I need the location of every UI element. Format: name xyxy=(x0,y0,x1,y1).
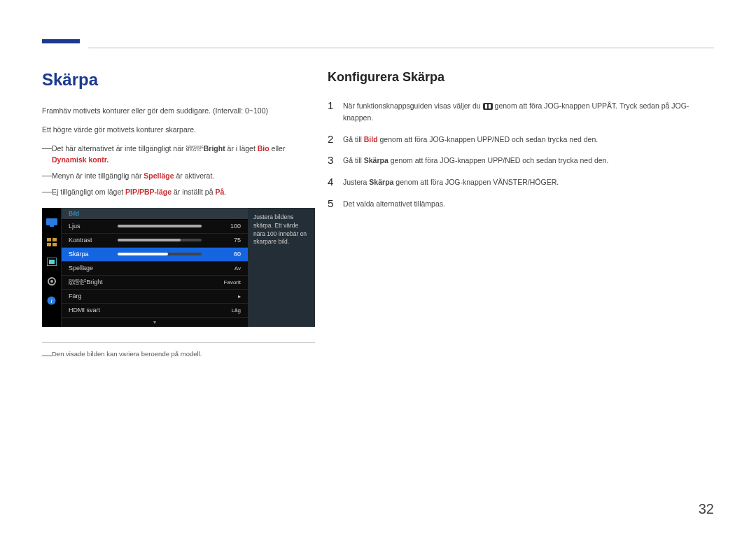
svg-rect-0 xyxy=(46,218,57,225)
dash-icon: ― xyxy=(42,186,52,196)
osd-row-label: Spelläge xyxy=(69,265,118,272)
svg-rect-4 xyxy=(47,243,51,246)
osd-row-ljus: Ljus100 xyxy=(62,220,248,234)
note-2-text-a: Menyn är inte tillgänglig när xyxy=(52,171,144,180)
step-3-skarpa: Skärpa xyxy=(364,156,388,164)
dash-icon: ― xyxy=(42,143,52,153)
note-1-magic: Bright xyxy=(204,144,225,153)
step-3: 3 Gå till Skärpa genom att föra JOG-knap… xyxy=(328,155,706,167)
note-2-text-c: är aktiverat. xyxy=(174,171,215,180)
step-number: 2 xyxy=(328,134,343,146)
page-content: Skärpa Framhäv motivets konturer eller g… xyxy=(42,70,714,506)
step-2-c: genom att föra JOG-knappen UPP/NED och s… xyxy=(378,135,598,143)
note-3: ― Ej tillgängligt om läget PIP/PBP-läge … xyxy=(42,186,315,198)
footnote-text: Den visade bilden kan variera beroende p… xyxy=(52,350,202,358)
note-1-text-a: Det här alternativet är inte tillgänglig… xyxy=(52,144,186,153)
intro-text-2: Ett högre värde gör motivets konturer sk… xyxy=(42,124,315,136)
monitor-icon xyxy=(46,218,57,227)
osd-row-value: Låg xyxy=(118,307,241,314)
gear-icon xyxy=(46,276,57,286)
note-1-text-d: eller xyxy=(270,144,286,153)
osd-row-kontrast: Kontrast75 xyxy=(62,234,248,248)
osd-row-label: Kontrast xyxy=(69,237,118,244)
osd-tooltip: Justera bildens skärpa. Ett värde nära 1… xyxy=(248,208,315,327)
note-3-pa: På xyxy=(215,188,224,196)
step-4-c: genom att föra JOG-knappen VÄNSTER/HÖGER… xyxy=(393,178,559,186)
section-title: Konfigurera Skärpa xyxy=(328,70,706,85)
osd-row-skärpa: Skärpa60 xyxy=(62,248,248,262)
note-2-spellage: Spelläge xyxy=(144,171,174,180)
samsung-magic-label: SAMSUNGMAGIC xyxy=(186,146,203,153)
osd-row-label: Skärpa xyxy=(69,251,118,258)
screen-icon xyxy=(46,257,57,267)
svg-rect-3 xyxy=(52,238,57,241)
osd-row-label: HDMI svart xyxy=(69,307,118,314)
step-number: 4 xyxy=(328,176,343,188)
osd-row-label: SAMSUNGMAGICBright xyxy=(69,279,118,286)
grid-icon xyxy=(46,237,57,247)
header-rule xyxy=(88,48,714,48)
step-3-c: genom att föra JOG-knappen UPP/NED och s… xyxy=(388,156,609,164)
svg-rect-1 xyxy=(50,225,54,227)
step-2: 2 Gå till Bild genom att föra JOG-knappe… xyxy=(328,134,706,146)
osd-row-label: Ljus xyxy=(69,223,118,230)
step-4: 4 Justera Skärpa genom att föra JOG-knap… xyxy=(328,176,706,188)
left-column: Skärpa Framhäv motivets konturer eller g… xyxy=(42,70,315,358)
footnote-rule xyxy=(42,342,315,343)
note-1-text-b: är i läget xyxy=(225,144,258,153)
note-3-text-e: . xyxy=(224,188,226,196)
dash-icon: ― xyxy=(42,350,52,360)
footnote: ― Den visade bilden kan variera beroende… xyxy=(42,350,315,358)
step-4-skarpa: Skärpa xyxy=(369,178,393,186)
note-2: ― Menyn är inte tillgänglig när Spelläge… xyxy=(42,170,315,182)
osd-slider xyxy=(118,225,213,227)
step-4-a: Justera xyxy=(343,178,369,186)
osd-icon-column: i xyxy=(42,208,62,327)
osd-row-bright: SAMSUNGMAGICBrightFavorit xyxy=(62,276,248,290)
step-list: 1 När funktionsknappsguiden visas väljer… xyxy=(328,100,706,210)
note-3-text-c: är inställt på xyxy=(172,188,215,196)
svg-point-9 xyxy=(50,280,53,283)
osd-row-value: Av xyxy=(118,265,241,272)
step-5-text: Det valda alternativet tillämpas. xyxy=(343,198,706,210)
osd-row-label: Färg xyxy=(69,293,118,300)
menu-button-icon xyxy=(483,103,493,110)
osd-row-value: 60 xyxy=(213,251,241,258)
osd-row-spelläge: SpellägeAv xyxy=(62,262,248,276)
osd-row-färg: Färg▸ xyxy=(62,290,248,304)
svg-rect-5 xyxy=(52,243,57,246)
osd-row-hdmi svart: HDMI svartLåg xyxy=(62,304,248,318)
step-2-a: Gå till xyxy=(343,135,364,143)
note-1: ― Det här alternativet är inte tillgängl… xyxy=(42,143,315,167)
header-accent-bar xyxy=(42,39,80,43)
step-1-a: När funktionsknappsguiden visas väljer d… xyxy=(343,101,483,110)
step-1: 1 När funktionsknappsguiden visas väljer… xyxy=(328,100,706,124)
osd-row-value: ▸ xyxy=(118,293,241,300)
step-number: 1 xyxy=(328,100,343,124)
osd-row-value: 100 xyxy=(213,223,241,230)
step-number: 5 xyxy=(328,198,343,210)
step-2-bild: Bild xyxy=(364,135,378,143)
osd-row-value: 75 xyxy=(213,237,241,244)
step-5: 5 Det valda alternativet tillämpas. xyxy=(328,198,706,210)
note-1-bio: Bio xyxy=(258,144,270,153)
right-column: Konfigurera Skärpa 1 När funktionsknapps… xyxy=(328,70,706,220)
svg-rect-2 xyxy=(47,238,51,241)
osd-row-value: Favorit xyxy=(118,279,241,286)
osd-scroll-down-icon: ▾ xyxy=(62,318,248,327)
svg-rect-7 xyxy=(49,260,55,264)
osd-slider xyxy=(118,253,213,255)
note-3-text-a: Ej tillgängligt om läget xyxy=(52,188,125,196)
page-number: 32 xyxy=(699,501,714,517)
note-1-dynamisk: Dynamisk kontr. xyxy=(52,155,108,164)
note-3-pip: PIP/PBP-läge xyxy=(125,188,172,196)
dash-icon: ― xyxy=(42,170,52,180)
osd-header: Bild xyxy=(62,208,248,220)
step-3-a: Gå till xyxy=(343,156,364,164)
osd-slider xyxy=(118,239,213,241)
info-icon: i xyxy=(46,296,57,306)
intro-text-1: Framhäv motivets konturer eller gör dem … xyxy=(42,105,315,117)
osd-menu: Bild Ljus100Kontrast75Skärpa60SpellägeAv… xyxy=(62,208,248,327)
osd-screenshot: i Bild Ljus100Kontrast75Skärpa60Spelläge… xyxy=(42,208,315,327)
page-title: Skärpa xyxy=(42,70,315,90)
